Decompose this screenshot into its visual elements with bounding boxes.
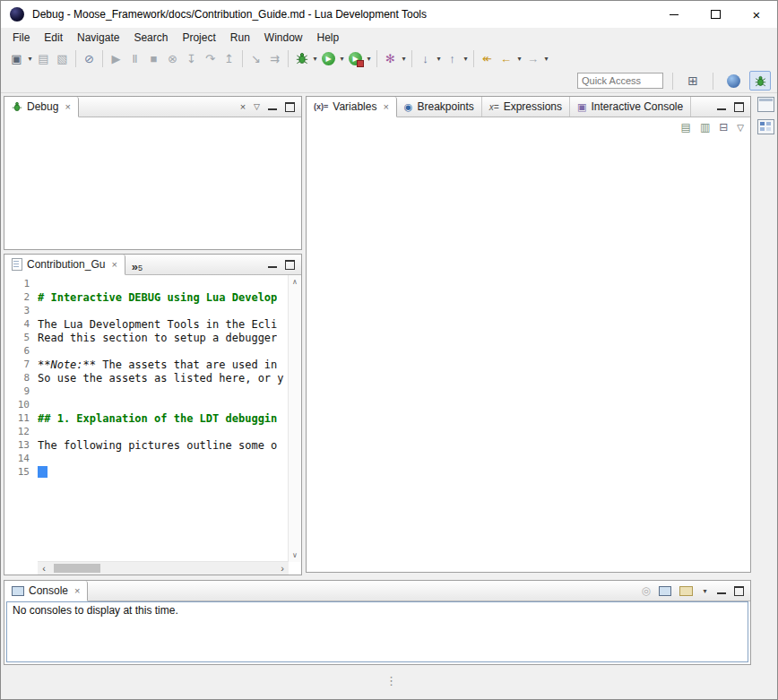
back-dropdown-arrow[interactable]: ▾ bbox=[515, 48, 523, 68]
back-icon[interactable]: ← bbox=[497, 48, 515, 68]
editor-overflow-chevron[interactable]: » 5 bbox=[125, 255, 149, 274]
editor-line[interactable]: 12 bbox=[4, 425, 289, 438]
save-icon[interactable]: ▤ bbox=[34, 48, 53, 68]
terminate-icon[interactable]: ■ bbox=[144, 48, 163, 68]
maximize-view-icon[interactable] bbox=[285, 260, 295, 270]
editor-line[interactable]: 5Read this section to setup a debugger bbox=[4, 331, 289, 344]
editor-line[interactable]: 3 bbox=[4, 304, 289, 317]
show-type-names-icon[interactable]: ▥ bbox=[700, 121, 710, 134]
quick-access-input[interactable] bbox=[577, 73, 663, 89]
minimize-view-icon[interactable] bbox=[268, 261, 277, 269]
tab-debug[interactable]: Debug × bbox=[4, 97, 79, 117]
editor-line[interactable]: 15 bbox=[4, 465, 289, 479]
variables-content[interactable]: ▤ ▥ ⊟ ▽ bbox=[307, 117, 750, 571]
run-dropdown-arrow[interactable]: ▾ bbox=[338, 48, 346, 68]
step-return-icon[interactable]: ↥ bbox=[220, 48, 238, 68]
menu-navigate[interactable]: Navigate bbox=[70, 30, 126, 46]
step-over-icon[interactable]: ↷ bbox=[201, 48, 220, 68]
previous-annotation-dropdown-arrow[interactable]: ▾ bbox=[462, 48, 470, 68]
menu-help[interactable]: Help bbox=[310, 30, 347, 46]
new-wizard-icon[interactable]: ▣ bbox=[7, 48, 26, 68]
tab-close-icon[interactable]: × bbox=[383, 101, 388, 112]
restore-editor-area-icon[interactable] bbox=[757, 97, 774, 112]
maximize-view-icon[interactable] bbox=[734, 102, 744, 112]
horizontal-scrollbar[interactable]: ‹ › bbox=[38, 561, 289, 575]
editor-line[interactable]: 8So use the assets as listed here, or y bbox=[4, 371, 289, 385]
forward-dropdown-arrow[interactable]: ▾ bbox=[542, 48, 550, 68]
editor-content[interactable]: 1 2# Interactive DEBUG using Lua Develop… bbox=[4, 275, 301, 575]
maximize-view-icon[interactable] bbox=[285, 102, 295, 112]
debug-dropdown-arrow[interactable]: ▾ bbox=[311, 48, 319, 68]
vertical-scrollbar[interactable]: ∧ ∨ bbox=[288, 275, 301, 562]
step-into-icon[interactable]: ↧ bbox=[182, 48, 201, 68]
console-content[interactable]: No consoles to display at this time. bbox=[6, 601, 748, 662]
external-tools-dropdown-arrow[interactable]: ▾ bbox=[365, 48, 373, 68]
minimize-button[interactable] bbox=[653, 1, 695, 28]
last-edit-location-icon[interactable]: ↞ bbox=[478, 48, 497, 68]
external-tools-icon[interactable]: ▶ bbox=[346, 48, 365, 68]
drop-to-frame-icon[interactable]: ↘ bbox=[246, 48, 265, 68]
disconnect-icon[interactable]: ⊗ bbox=[163, 48, 182, 68]
menu-search[interactable]: Search bbox=[126, 30, 175, 46]
view-menu-icon[interactable]: ▽ bbox=[254, 102, 260, 111]
collapse-all-icon[interactable]: ⊟ bbox=[719, 121, 728, 134]
debug-perspective-button[interactable] bbox=[749, 71, 771, 91]
step-filters-icon[interactable]: ⇉ bbox=[265, 48, 284, 68]
save-all-icon[interactable]: ▧ bbox=[53, 48, 72, 68]
tab-variables[interactable]: (x)= Variables × bbox=[307, 97, 397, 117]
editor-line[interactable]: 7**Note:** The assets that are used in bbox=[4, 358, 289, 371]
tab-breakpoints[interactable]: ◉ Breakpoints bbox=[397, 97, 482, 117]
editor-line[interactable]: 9 bbox=[4, 385, 289, 398]
suspend-icon[interactable]: Ⅱ bbox=[125, 48, 144, 68]
scroll-left-icon[interactable]: ‹ bbox=[38, 562, 50, 575]
lua-perspective-button[interactable] bbox=[722, 71, 744, 91]
previous-annotation-icon[interactable]: ↑ bbox=[443, 48, 462, 68]
tab-close-icon[interactable]: × bbox=[111, 259, 117, 270]
forward-icon[interactable]: → bbox=[523, 48, 542, 68]
show-logical-structure-icon[interactable]: ▤ bbox=[681, 121, 691, 134]
horizontal-scrollbar-thumb[interactable] bbox=[54, 564, 100, 573]
new-dropdown-arrow[interactable]: ▾ bbox=[26, 48, 34, 68]
magic-wand-icon[interactable]: ✻ bbox=[381, 48, 400, 68]
debug-icon[interactable] bbox=[292, 48, 311, 68]
minimize-view-icon[interactable] bbox=[717, 587, 726, 595]
view-menu-icon[interactable]: ▽ bbox=[737, 123, 744, 133]
editor-line[interactable]: 11## 1. Explanation of the LDT debuggin bbox=[4, 411, 289, 425]
close-button[interactable]: × bbox=[736, 1, 777, 28]
wand-dropdown-arrow[interactable]: ▾ bbox=[400, 48, 408, 68]
minimize-view-icon[interactable] bbox=[268, 103, 277, 111]
editor-line[interactable]: 14 bbox=[4, 452, 289, 465]
tab-console[interactable]: Console × bbox=[4, 581, 88, 601]
app-icon[interactable] bbox=[10, 7, 24, 22]
tab-contribution-guide[interactable]: Contribution_Gu × bbox=[4, 255, 125, 275]
next-annotation-icon[interactable]: ↓ bbox=[416, 48, 435, 68]
trim-drag-grip[interactable]: ⋮ bbox=[385, 674, 397, 687]
editor-line[interactable]: 1 bbox=[4, 277, 289, 290]
debug-view-content[interactable] bbox=[4, 117, 301, 248]
menu-window[interactable]: Window bbox=[257, 30, 310, 46]
menu-edit[interactable]: Edit bbox=[37, 30, 70, 46]
open-console-icon[interactable] bbox=[679, 586, 693, 596]
display-selected-console-icon[interactable] bbox=[659, 586, 671, 596]
scroll-right-icon[interactable]: › bbox=[276, 562, 289, 575]
resume-icon[interactable]: ▶ bbox=[107, 48, 125, 68]
editor-line[interactable]: 10 bbox=[4, 398, 289, 411]
maximize-view-icon[interactable] bbox=[734, 586, 744, 596]
tab-interactive-console[interactable]: ▣ Interactive Console bbox=[570, 97, 691, 117]
next-annotation-dropdown-arrow[interactable]: ▾ bbox=[435, 48, 443, 68]
editor-line[interactable]: 13The following pictures outline some o bbox=[4, 438, 289, 452]
skip-breakpoints-icon[interactable]: ⊘ bbox=[80, 48, 99, 68]
editor-line[interactable]: 4The Lua Development Tools in the Ecli bbox=[4, 317, 289, 331]
scroll-down-icon[interactable]: ∨ bbox=[292, 549, 298, 562]
menu-run[interactable]: Run bbox=[223, 30, 257, 46]
menu-project[interactable]: Project bbox=[175, 30, 222, 46]
tab-expressions[interactable]: x= Expressions bbox=[482, 97, 570, 117]
tab-close-icon[interactable]: × bbox=[65, 101, 70, 112]
minimize-view-icon[interactable] bbox=[717, 103, 726, 111]
menu-file[interactable]: File bbox=[5, 30, 37, 46]
restore-view-icon[interactable] bbox=[757, 119, 774, 134]
run-icon[interactable]: ▶ bbox=[319, 48, 338, 68]
maximize-button[interactable] bbox=[695, 1, 736, 28]
pin-console-icon[interactable]: ◎ bbox=[642, 584, 651, 597]
editor-line[interactable]: 6 bbox=[4, 344, 289, 358]
